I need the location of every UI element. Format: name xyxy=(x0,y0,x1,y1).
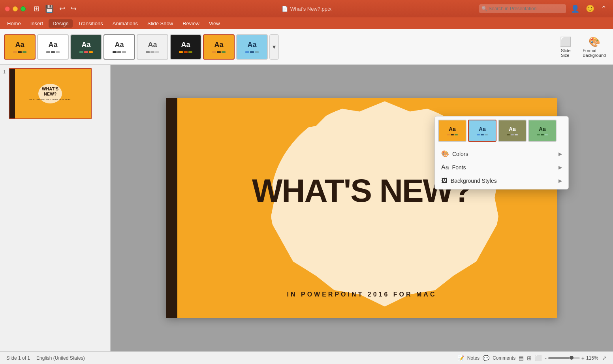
comments-icon[interactable]: 💬 xyxy=(483,355,489,361)
dd-theme-1[interactable]: Aa xyxy=(438,120,466,142)
theme-bars-6 xyxy=(179,51,192,53)
theme-thumb-7[interactable]: Aa xyxy=(203,34,235,60)
bg-styles-icon: 🖼 xyxy=(441,177,448,184)
collapse-icon[interactable]: ⌃ xyxy=(599,4,608,14)
ribbon-more-button[interactable]: ▾ xyxy=(269,34,279,60)
zoom-out-icon[interactable]: - xyxy=(545,355,547,361)
theme-bars-2 xyxy=(46,51,60,53)
reading-view-icon[interactable]: ⬜ xyxy=(535,355,542,361)
format-background-button[interactable]: 🎨 FormatBackground xyxy=(579,35,609,59)
save-icon[interactable]: 💾 xyxy=(43,4,55,14)
slide-sorter-icon[interactable]: ⊞ xyxy=(527,355,532,361)
menu-slideshow[interactable]: Slide Show xyxy=(143,19,177,28)
theme-aa-6: Aa xyxy=(181,41,190,49)
theme-aa-7: Aa xyxy=(214,41,223,49)
sidebar-icon[interactable]: ⊞ xyxy=(32,4,41,14)
ribbon: Aa Aa Aa Aa Aa xyxy=(0,29,613,65)
theme-thumb-2[interactable]: Aa xyxy=(37,34,69,60)
menu-view[interactable]: View xyxy=(205,19,224,28)
fit-to-window-icon[interactable]: ⤢ xyxy=(602,355,607,361)
emoji-icon[interactable]: 🙂 xyxy=(584,4,596,14)
zoom-slider[interactable] xyxy=(548,357,580,359)
close-button[interactable] xyxy=(5,6,10,11)
thumb-title: WHAT'SNEW? xyxy=(42,86,58,97)
comments-label[interactable]: Comments xyxy=(493,355,515,361)
slide-panel: 1 WHAT'SNEW? IN POWERPOINT 2016 FOR MAC xyxy=(0,65,111,351)
title-bar-right: 🔍 👤 🙂 ⌃ xyxy=(479,4,608,14)
status-bar: Slide 1 of 1 English (United States) 📝 N… xyxy=(0,351,613,364)
theme-bars-8 xyxy=(245,51,259,53)
menu-insert[interactable]: Insert xyxy=(26,19,47,28)
theme-thumb-4[interactable]: Aa xyxy=(103,34,135,60)
menu-review[interactable]: Review xyxy=(179,19,203,28)
slide-thumb-wrapper: 1 WHAT'SNEW? IN POWERPOINT 2016 FOR MAC xyxy=(3,68,107,119)
theme-thumb-6[interactable]: Aa xyxy=(170,34,201,60)
share-icon[interactable]: 👤 xyxy=(569,4,581,14)
slide-size-button[interactable]: ⬜ SlideSize xyxy=(557,35,575,59)
theme-bars-4 xyxy=(113,51,126,53)
dd-theme-3[interactable]: Aa xyxy=(498,120,527,142)
theme-thumb-1[interactable]: Aa xyxy=(4,34,36,60)
menu-animations[interactable]: Animations xyxy=(109,19,142,28)
dd-theme-2[interactable]: Aa xyxy=(468,120,496,142)
theme-thumb-3[interactable]: Aa xyxy=(70,34,102,60)
fonts-icon: Aa xyxy=(441,164,449,171)
redo-icon[interactable]: ↪ xyxy=(69,4,78,14)
theme-thumb-5[interactable]: Aa xyxy=(137,34,168,60)
theme-bars-1 xyxy=(13,51,26,53)
maximize-button[interactable] xyxy=(21,6,26,11)
slide-canvas-area: WHAT'S NEW? IN POWERPOINT 2016 FOR MAC A… xyxy=(111,65,613,351)
colors-arrow: ▶ xyxy=(558,151,562,157)
format-bg-icon: 🎨 xyxy=(589,36,600,47)
menu-home[interactable]: Home xyxy=(3,19,25,28)
zoom-control: - + 115% xyxy=(545,355,599,361)
slide-info: Slide 1 of 1 xyxy=(6,355,30,361)
zoom-percent: 115% xyxy=(586,355,599,361)
undo-icon[interactable]: ↩ xyxy=(58,4,67,14)
doc-icon: 📄 xyxy=(282,6,288,12)
zoom-in-icon[interactable]: + xyxy=(581,355,585,361)
zoom-slider-fill xyxy=(548,357,570,359)
theme-aa-1: Aa xyxy=(15,41,24,49)
status-bar-right: 📝 Notes 💬 Comments ▤ ⊞ ⬜ - + 115% ⤢ xyxy=(457,355,607,361)
colors-icon: 🎨 xyxy=(441,150,449,158)
theme-aa-3: Aa xyxy=(81,41,90,49)
fonts-arrow: ▶ xyxy=(558,165,562,170)
slide-thumb-inner: WHAT'SNEW? IN POWERPOINT 2016 FOR MAC xyxy=(9,69,91,118)
colors-left: 🎨 Colors xyxy=(441,150,468,158)
colors-label: Colors xyxy=(452,151,468,157)
dd-aa-1: Aa xyxy=(449,126,456,132)
thumb-left-bar xyxy=(9,69,15,118)
dd-theme-4[interactable]: Aa xyxy=(528,120,557,142)
slide-thumbnail-1[interactable]: WHAT'SNEW? IN POWERPOINT 2016 FOR MAC xyxy=(9,68,92,119)
theme-bars-5 xyxy=(146,51,159,53)
title-bar: ⊞ 💾 ↩ ↪ 📄 What's New?.pptx 🔍 👤 🙂 ⌃ xyxy=(0,0,613,17)
format-bg-label: FormatBackground xyxy=(583,48,606,58)
theme-aa-5: Aa xyxy=(148,41,157,49)
traffic-lights xyxy=(5,6,26,11)
search-wrapper[interactable]: 🔍 xyxy=(479,4,566,13)
notes-icon[interactable]: 📝 xyxy=(457,355,464,361)
theme-aa-4: Aa xyxy=(115,41,124,49)
menu-item-bg-styles[interactable]: 🖼 Background Styles ▶ xyxy=(435,174,568,188)
menu-item-colors[interactable]: 🎨 Colors ▶ xyxy=(435,147,568,161)
notes-label[interactable]: Notes xyxy=(467,355,479,361)
menu-bar: Home Insert Design Transitions Animation… xyxy=(0,17,613,29)
document-title: What's New?.pptx xyxy=(290,6,331,12)
search-input[interactable] xyxy=(479,4,566,13)
bg-styles-arrow: ▶ xyxy=(558,178,562,184)
menu-item-fonts[interactable]: Aa Fonts ▶ xyxy=(435,161,568,174)
theme-bars-7 xyxy=(212,51,226,53)
slide-size-label: SlideSize xyxy=(561,48,570,58)
minimize-button[interactable] xyxy=(13,6,18,11)
slide-number: 1 xyxy=(3,68,6,74)
zoom-slider-thumb xyxy=(570,356,574,360)
slide-subtitle: IN POWERPOINT 2016 FOR MAC xyxy=(166,291,557,298)
menu-design[interactable]: Design xyxy=(49,19,72,28)
document-title-area: 📄 What's New?.pptx xyxy=(282,6,331,12)
menu-transitions[interactable]: Transitions xyxy=(74,19,107,28)
fonts-left: Aa Fonts xyxy=(441,164,466,171)
normal-view-icon[interactable]: ▤ xyxy=(519,355,524,361)
main-area: 1 WHAT'SNEW? IN POWERPOINT 2016 FOR MAC … xyxy=(0,65,613,351)
theme-thumb-8[interactable]: Aa xyxy=(236,34,268,60)
